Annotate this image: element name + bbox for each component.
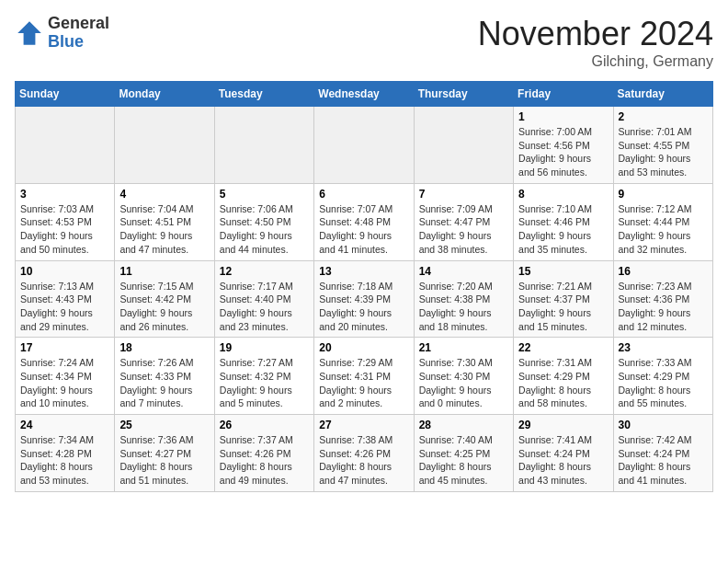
day-number: 12 xyxy=(220,265,309,278)
week-row-2: 10Sunrise: 7:13 AMSunset: 4:43 PMDayligh… xyxy=(16,260,713,338)
header: General Blue November 2024 Gilching, Ger… xyxy=(15,15,713,70)
day-info: Sunrise: 7:41 AMSunset: 4:24 PMDaylight:… xyxy=(518,433,608,488)
day-number: 9 xyxy=(619,188,708,201)
day-number: 1 xyxy=(518,110,608,123)
logo-general: General xyxy=(48,15,109,33)
calendar-cell: 14Sunrise: 7:20 AMSunset: 4:38 PMDayligh… xyxy=(414,260,513,338)
day-number: 17 xyxy=(20,341,109,354)
day-number: 30 xyxy=(619,419,708,431)
day-number: 20 xyxy=(319,341,408,354)
day-number: 23 xyxy=(619,341,708,354)
week-row-3: 17Sunrise: 7:24 AMSunset: 4:34 PMDayligh… xyxy=(16,338,713,415)
calendar-cell: 3Sunrise: 7:03 AMSunset: 4:53 PMDaylight… xyxy=(16,183,115,260)
day-number: 4 xyxy=(119,188,209,201)
calendar-cell: 30Sunrise: 7:42 AMSunset: 4:24 PMDayligh… xyxy=(613,415,712,492)
day-number: 24 xyxy=(20,419,109,431)
day-number: 3 xyxy=(20,188,109,201)
day-info: Sunrise: 7:01 AMSunset: 4:55 PMDaylight:… xyxy=(619,125,708,179)
svg-marker-0 xyxy=(17,21,41,45)
week-row-1: 3Sunrise: 7:03 AMSunset: 4:53 PMDaylight… xyxy=(16,183,713,260)
day-info: Sunrise: 7:09 AMSunset: 4:47 PMDaylight:… xyxy=(419,202,508,257)
title-area: November 2024 Gilching, Germany xyxy=(478,15,713,70)
calendar-cell: 6Sunrise: 7:07 AMSunset: 4:48 PMDaylight… xyxy=(314,183,414,260)
day-info: Sunrise: 7:33 AMSunset: 4:29 PMDaylight:… xyxy=(619,356,708,410)
day-number: 16 xyxy=(619,265,708,278)
calendar-cell xyxy=(16,107,115,184)
day-info: Sunrise: 7:38 AMSunset: 4:26 PMDaylight:… xyxy=(319,433,408,488)
calendar-cell xyxy=(115,107,214,184)
calendar-table: SundayMondayTuesdayWednesdayThursdayFrid… xyxy=(15,81,713,492)
calendar-cell xyxy=(214,107,313,184)
day-number: 8 xyxy=(518,188,608,201)
calendar-cell: 12Sunrise: 7:17 AMSunset: 4:40 PMDayligh… xyxy=(214,260,313,338)
day-info: Sunrise: 7:24 AMSunset: 4:34 PMDaylight:… xyxy=(20,356,109,410)
day-info: Sunrise: 7:12 AMSunset: 4:44 PMDaylight:… xyxy=(619,202,708,257)
day-number: 28 xyxy=(419,419,508,431)
location-title: Gilching, Germany xyxy=(478,53,713,70)
day-info: Sunrise: 7:17 AMSunset: 4:40 PMDaylight:… xyxy=(220,280,309,334)
day-info: Sunrise: 7:15 AMSunset: 4:42 PMDaylight:… xyxy=(119,280,209,334)
day-info: Sunrise: 7:37 AMSunset: 4:26 PMDaylight:… xyxy=(220,433,309,488)
calendar-cell: 28Sunrise: 7:40 AMSunset: 4:25 PMDayligh… xyxy=(414,415,513,492)
calendar-cell: 9Sunrise: 7:12 AMSunset: 4:44 PMDaylight… xyxy=(613,183,712,260)
day-number: 22 xyxy=(518,341,608,354)
day-number: 29 xyxy=(518,419,608,431)
calendar-cell: 1Sunrise: 7:00 AMSunset: 4:56 PMDaylight… xyxy=(514,107,613,184)
calendar-cell: 23Sunrise: 7:33 AMSunset: 4:29 PMDayligh… xyxy=(613,338,712,415)
weekday-header-thursday: Thursday xyxy=(414,82,513,107)
calendar-cell xyxy=(414,107,513,184)
calendar-cell: 2Sunrise: 7:01 AMSunset: 4:55 PMDaylight… xyxy=(613,107,712,184)
day-number: 15 xyxy=(518,265,608,278)
day-info: Sunrise: 7:04 AMSunset: 4:51 PMDaylight:… xyxy=(119,202,209,257)
logo-icon xyxy=(15,18,44,48)
calendar-cell: 22Sunrise: 7:31 AMSunset: 4:29 PMDayligh… xyxy=(514,338,613,415)
day-info: Sunrise: 7:23 AMSunset: 4:36 PMDaylight:… xyxy=(619,280,708,334)
calendar-cell: 17Sunrise: 7:24 AMSunset: 4:34 PMDayligh… xyxy=(16,338,115,415)
day-number: 6 xyxy=(319,188,408,201)
day-info: Sunrise: 7:40 AMSunset: 4:25 PMDaylight:… xyxy=(419,433,508,488)
calendar-cell: 18Sunrise: 7:26 AMSunset: 4:33 PMDayligh… xyxy=(115,338,214,415)
weekday-header-saturday: Saturday xyxy=(613,82,712,107)
logo-text: General Blue xyxy=(48,15,109,52)
day-number: 18 xyxy=(119,341,209,354)
day-number: 25 xyxy=(119,419,209,431)
calendar-cell: 29Sunrise: 7:41 AMSunset: 4:24 PMDayligh… xyxy=(514,415,613,492)
day-info: Sunrise: 7:31 AMSunset: 4:29 PMDaylight:… xyxy=(518,356,608,410)
calendar-cell: 7Sunrise: 7:09 AMSunset: 4:47 PMDaylight… xyxy=(414,183,513,260)
calendar-cell: 26Sunrise: 7:37 AMSunset: 4:26 PMDayligh… xyxy=(214,415,313,492)
calendar-cell: 16Sunrise: 7:23 AMSunset: 4:36 PMDayligh… xyxy=(613,260,712,338)
day-info: Sunrise: 7:30 AMSunset: 4:30 PMDaylight:… xyxy=(419,356,508,410)
calendar-cell: 21Sunrise: 7:30 AMSunset: 4:30 PMDayligh… xyxy=(414,338,513,415)
day-info: Sunrise: 7:10 AMSunset: 4:46 PMDaylight:… xyxy=(518,202,608,257)
calendar-cell: 20Sunrise: 7:29 AMSunset: 4:31 PMDayligh… xyxy=(314,338,414,415)
day-info: Sunrise: 7:21 AMSunset: 4:37 PMDaylight:… xyxy=(518,280,608,334)
weekday-header-tuesday: Tuesday xyxy=(214,82,313,107)
calendar-cell: 10Sunrise: 7:13 AMSunset: 4:43 PMDayligh… xyxy=(16,260,115,338)
calendar-cell: 4Sunrise: 7:04 AMSunset: 4:51 PMDaylight… xyxy=(115,183,214,260)
week-row-4: 24Sunrise: 7:34 AMSunset: 4:28 PMDayligh… xyxy=(16,415,713,492)
weekday-header-sunday: Sunday xyxy=(16,82,115,107)
week-row-0: 1Sunrise: 7:00 AMSunset: 4:56 PMDaylight… xyxy=(16,107,713,184)
weekday-header-row: SundayMondayTuesdayWednesdayThursdayFrid… xyxy=(16,82,713,107)
day-info: Sunrise: 7:26 AMSunset: 4:33 PMDaylight:… xyxy=(119,356,209,410)
day-info: Sunrise: 7:34 AMSunset: 4:28 PMDaylight:… xyxy=(20,433,109,488)
day-number: 10 xyxy=(20,265,109,278)
weekday-header-friday: Friday xyxy=(514,82,613,107)
day-info: Sunrise: 7:06 AMSunset: 4:50 PMDaylight:… xyxy=(220,202,309,257)
day-number: 14 xyxy=(419,265,508,278)
day-info: Sunrise: 7:13 AMSunset: 4:43 PMDaylight:… xyxy=(20,280,109,334)
weekday-header-monday: Monday xyxy=(115,82,214,107)
calendar-cell: 19Sunrise: 7:27 AMSunset: 4:32 PMDayligh… xyxy=(214,338,313,415)
calendar-cell: 25Sunrise: 7:36 AMSunset: 4:27 PMDayligh… xyxy=(115,415,214,492)
calendar-cell: 13Sunrise: 7:18 AMSunset: 4:39 PMDayligh… xyxy=(314,260,414,338)
day-number: 7 xyxy=(419,188,508,201)
calendar-cell xyxy=(314,107,414,184)
calendar-cell: 27Sunrise: 7:38 AMSunset: 4:26 PMDayligh… xyxy=(314,415,414,492)
day-info: Sunrise: 7:29 AMSunset: 4:31 PMDaylight:… xyxy=(319,356,408,410)
day-info: Sunrise: 7:27 AMSunset: 4:32 PMDaylight:… xyxy=(220,356,309,410)
day-info: Sunrise: 7:07 AMSunset: 4:48 PMDaylight:… xyxy=(319,202,408,257)
month-title: November 2024 xyxy=(478,15,713,53)
day-info: Sunrise: 7:18 AMSunset: 4:39 PMDaylight:… xyxy=(319,280,408,334)
calendar-cell: 5Sunrise: 7:06 AMSunset: 4:50 PMDaylight… xyxy=(214,183,313,260)
day-number: 13 xyxy=(319,265,408,278)
